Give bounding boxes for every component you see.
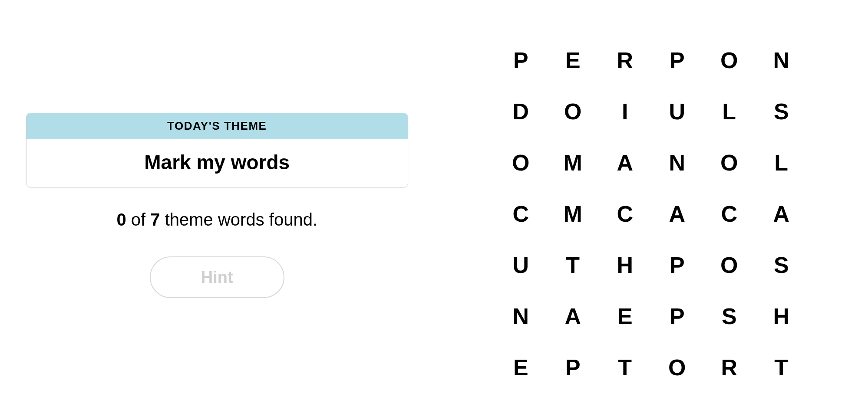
letter-cell[interactable]: H	[599, 393, 651, 410]
letter-cell[interactable]: N	[495, 291, 547, 342]
words-found-count: 0	[116, 210, 126, 229]
letter-cell[interactable]: L	[755, 137, 807, 188]
theme-title: Mark my words	[26, 139, 408, 187]
letter-cell[interactable]: I	[651, 393, 703, 410]
letter-cell[interactable]: P	[651, 35, 703, 86]
letter-cell[interactable]: R	[599, 35, 651, 86]
letter-cell[interactable]: H	[495, 393, 547, 410]
letter-cell[interactable]: O	[703, 393, 755, 410]
letter-cell[interactable]: N	[651, 137, 703, 188]
letter-cell[interactable]: H	[599, 239, 651, 291]
letter-grid: PERPONDOIULSOMANOLCMCACAUTHPOSNAEPSHEPTO…	[495, 35, 807, 410]
progress-text: 0 of 7 theme words found.	[116, 210, 317, 230]
letter-cell[interactable]: T	[755, 342, 807, 393]
progress-suffix: theme words found.	[160, 210, 317, 229]
letter-cell[interactable]: E	[495, 342, 547, 393]
letter-cell[interactable]: P	[651, 291, 703, 342]
letter-cell[interactable]: T	[599, 342, 651, 393]
letter-cell[interactable]: H	[755, 291, 807, 342]
letter-cell[interactable]: O	[651, 342, 703, 393]
letter-cell[interactable]: A	[599, 137, 651, 188]
grid-panel: PERPONDOIULSOMANOLCMCACAUTHPOSNAEPSHEPTO…	[434, 0, 868, 410]
hint-button[interactable]: Hint	[150, 256, 284, 298]
letter-cell[interactable]: I	[599, 86, 651, 137]
letter-cell[interactable]: E	[599, 291, 651, 342]
letter-cell[interactable]: C	[495, 188, 547, 239]
letter-cell[interactable]: P	[547, 342, 599, 393]
letter-cell[interactable]: R	[703, 342, 755, 393]
letter-cell[interactable]: U	[495, 239, 547, 291]
letter-cell[interactable]: A	[651, 188, 703, 239]
letter-cell[interactable]: O	[703, 35, 755, 86]
letter-cell[interactable]: C	[703, 188, 755, 239]
letter-cell[interactable]: Y	[547, 393, 599, 410]
letter-cell[interactable]: C	[599, 188, 651, 239]
letter-cell[interactable]: P	[495, 35, 547, 86]
letter-cell[interactable]: L	[703, 86, 755, 137]
letter-cell[interactable]: N	[755, 393, 807, 410]
theme-card: TODAY'S THEME Mark my words	[26, 113, 408, 187]
letter-cell[interactable]: N	[755, 35, 807, 86]
letter-cell[interactable]: D	[495, 86, 547, 137]
letter-cell[interactable]: O	[703, 239, 755, 291]
letter-cell[interactable]: O	[547, 86, 599, 137]
info-panel: TODAY'S THEME Mark my words 0 of 7 theme…	[0, 0, 434, 410]
letter-cell[interactable]: E	[547, 35, 599, 86]
letter-cell[interactable]: S	[755, 86, 807, 137]
letter-cell[interactable]: A	[547, 291, 599, 342]
letter-cell[interactable]: S	[755, 239, 807, 291]
game-container: TODAY'S THEME Mark my words 0 of 7 theme…	[0, 0, 868, 410]
theme-header-label: TODAY'S THEME	[26, 113, 408, 139]
letter-cell[interactable]: S	[703, 291, 755, 342]
letter-cell[interactable]: O	[495, 137, 547, 188]
letter-cell[interactable]: A	[755, 188, 807, 239]
letter-cell[interactable]: M	[547, 188, 599, 239]
words-total-count: 7	[150, 210, 160, 229]
progress-sep: of	[126, 210, 151, 229]
letter-cell[interactable]: M	[547, 137, 599, 188]
letter-cell[interactable]: P	[651, 239, 703, 291]
letter-cell[interactable]: O	[703, 137, 755, 188]
letter-cell[interactable]: U	[651, 86, 703, 137]
letter-cell[interactable]: T	[547, 239, 599, 291]
